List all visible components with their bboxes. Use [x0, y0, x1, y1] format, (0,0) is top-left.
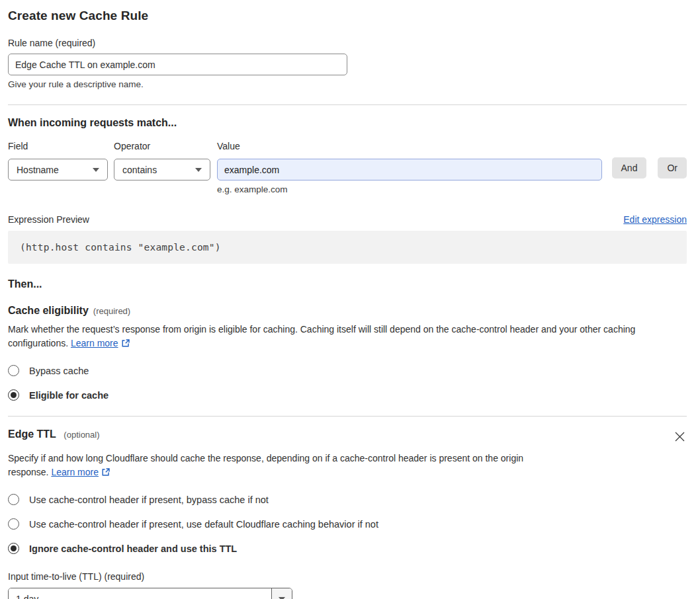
match-section-heading: When incoming requests match... — [8, 117, 687, 129]
ttl-label: Input time-to-live (TTL) (required) — [8, 571, 687, 582]
learn-more-link[interactable]: Learn more — [71, 338, 118, 348]
radio-icon[interactable] — [8, 494, 19, 505]
cache-eligibility-requirement: (required) — [93, 306, 130, 316]
operator-label: Operator — [114, 141, 210, 151]
or-button[interactable]: Or — [658, 157, 687, 179]
expression-preview-row: Expression Preview Edit expression — [8, 214, 687, 225]
field-select[interactable]: Hostname — [8, 159, 108, 180]
external-link-icon — [121, 338, 130, 352]
then-heading: Then... — [8, 278, 687, 290]
operator-select[interactable]: contains — [114, 159, 210, 180]
value-input[interactable] — [217, 159, 602, 180]
rule-name-input[interactable] — [8, 54, 347, 75]
radio-eligible-for-cache[interactable]: Eligible for cache — [8, 389, 687, 401]
radio-icon[interactable] — [8, 518, 19, 530]
ttl-input[interactable] — [9, 588, 271, 599]
field-label: Field — [8, 141, 108, 151]
cache-eligibility-heading-row: Cache eligibility (required) — [8, 305, 687, 317]
create-cache-rule-form: Create new Cache Rule Rule name (require… — [0, 0, 700, 599]
value-hint: e.g. example.com — [217, 184, 602, 194]
radio-bypass-cache[interactable]: Bypass cache — [8, 365, 687, 376]
close-edge-ttl-button[interactable] — [673, 430, 687, 446]
radio-use-cache-control-default[interactable]: Use cache-control header if present, use… — [8, 518, 687, 530]
rule-name-helper: Give your rule a descriptive name. — [8, 79, 687, 89]
cache-eligibility-description: Mark whether the request’s response from… — [8, 323, 687, 352]
edge-ttl-heading-row: Edge TTL (optional) — [8, 428, 687, 446]
expression-preview-label: Expression Preview — [8, 214, 89, 225]
learn-more-link[interactable]: Learn more — [51, 467, 99, 477]
radio-label: Ignore cache-control header and use this… — [29, 543, 237, 554]
field-select-value: Hostname — [17, 165, 59, 175]
radio-label: Eligible for cache — [29, 390, 109, 401]
radio-icon[interactable] — [8, 389, 19, 401]
radio-ignore-cache-control[interactable]: Ignore cache-control header and use this… — [8, 543, 687, 554]
edit-expression-link[interactable]: Edit expression — [623, 214, 687, 225]
radio-icon[interactable] — [8, 543, 19, 554]
expression-code-block: (http.host contains "example.com") — [8, 231, 687, 264]
operator-select-value: contains — [122, 165, 157, 175]
radio-label: Use cache-control header if present, use… — [29, 519, 378, 530]
value-label: Value — [217, 141, 602, 151]
close-icon — [674, 434, 685, 444]
ttl-dropdown-button[interactable] — [271, 588, 292, 599]
edge-ttl-description: Specify if and how long Cloudflare shoul… — [8, 452, 561, 481]
chevron-down-icon — [93, 168, 99, 172]
chevron-down-icon — [195, 168, 202, 172]
edge-ttl-requirement: (optional) — [64, 430, 99, 440]
radio-use-cache-control-bypass[interactable]: Use cache-control header if present, byp… — [8, 494, 687, 505]
ttl-combo — [8, 588, 292, 599]
match-row: Field Hostname Operator contains Value e… — [8, 141, 687, 194]
external-link-icon — [101, 467, 110, 481]
and-button[interactable]: And — [612, 157, 647, 179]
radio-label: Bypass cache — [29, 366, 89, 376]
edge-ttl-heading: Edge TTL — [8, 428, 56, 440]
section-divider — [8, 416, 687, 417]
cache-eligibility-heading: Cache eligibility — [8, 305, 89, 317]
radio-label: Use cache-control header if present, byp… — [29, 495, 269, 505]
section-divider — [8, 104, 687, 105]
radio-icon[interactable] — [8, 365, 19, 376]
rule-name-label: Rule name (required) — [8, 38, 687, 48]
page-title: Create new Cache Rule — [8, 9, 687, 23]
